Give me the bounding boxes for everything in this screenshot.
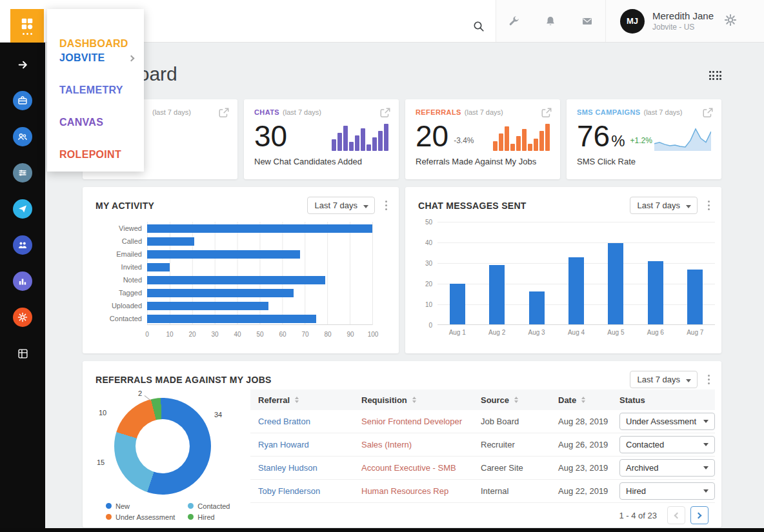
requisition-link[interactable]: Account Executive - SMB [361,463,456,473]
settings-gear-icon[interactable] [724,14,739,29]
send-icon [13,199,32,219]
chat-xlabels: Aug 1Aug 2Aug 3Aug 4Aug 5Aug 6Aug 7 [437,329,715,336]
menu-item-rolepoint[interactable]: ROLEPOINT [59,146,137,164]
stat-card-subtitle: (last 7 days) [152,108,191,116]
menu-item-jobvite[interactable]: JOBVITE [59,49,137,67]
legend-item: New [106,500,175,511]
external-link-icon[interactable] [541,107,552,119]
donut-value-label: 2 [138,389,142,397]
stat-value: 30 [254,121,287,151]
sidebar-item-bar-chart[interactable] [0,263,45,299]
sidebar-item-send[interactable] [0,191,45,227]
external-link-icon[interactable] [702,107,714,119]
pagination-next-button[interactable] [690,506,709,524]
menu-item-canvas[interactable]: CANVAS [59,113,137,132]
status-select[interactable]: Under Assessment [619,413,715,430]
sidebar-item-people[interactable] [0,227,45,263]
referral-link[interactable]: Toby Flenderson [258,486,320,496]
sidebar-item-gear[interactable] [0,299,45,335]
referral-link[interactable]: Creed Bratton [258,417,310,426]
status-select[interactable]: Archived [619,459,715,477]
panel-title: CHAT MESSAGES SENT [418,201,630,211]
chat-bar-column [437,222,477,324]
referral-link[interactable]: Stanley Hudson [258,463,317,473]
stat-card-subtitle: (last 7 days) [283,108,321,116]
date-cell: Aug 28, 2019 [550,417,612,426]
date-cell: Aug 26, 2019 [550,440,612,449]
requisition-link[interactable]: Human Resources Rep [361,486,448,496]
users-icon [13,127,32,146]
bar-chart-icon [13,271,32,291]
user-name: Meredith Jane [652,10,714,21]
wrench-icon[interactable] [501,8,527,34]
column-header-requisition[interactable]: Requisition [354,395,473,405]
stat-delta: +1.2% [630,136,652,145]
chat-bar [687,270,703,324]
pagination: 1 - 4 of 23 [619,506,709,524]
stat-card-subtitle: (last 7 days) [465,108,503,116]
sidebar-item-briefcase[interactable] [0,83,45,119]
kebab-menu-icon[interactable] [705,372,712,387]
referrals-panel: REFERRALS MADE AGAINST MY JOBS Last 7 da… [83,361,721,527]
search-icon[interactable] [468,16,489,37]
sidebar-item-arrow-right[interactable] [0,46,45,83]
referrals-table-head: ReferralRequisitionSourceDateStatus [250,389,715,410]
legend-swatch [188,503,194,509]
pagination-prev-button[interactable] [667,506,685,524]
activity-xticks: 0102030405060708090100 [147,328,373,339]
column-header-source[interactable]: Source [473,395,550,405]
date-range-select[interactable]: Last 7 days [630,371,698,388]
chevron-left-icon [674,512,681,518]
app-switcher-logo[interactable] [10,9,44,43]
status-value: Archived [626,463,659,473]
kebab-menu-icon[interactable] [705,198,712,213]
mail-icon[interactable] [574,8,600,34]
table-row: Creed BrattonSenior Frontend DeveloperJo… [250,410,715,433]
requisition-link[interactable]: Senior Frontend Developer [361,417,462,426]
table-row: Ryan HowardSales (Intern)RecruiterAug 26… [250,433,715,457]
bell-icon[interactable] [538,8,563,34]
chevron-down-icon [703,443,709,446]
sidebar-item-users[interactable] [0,119,45,155]
sidebar-item-grid[interactable] [0,335,45,371]
activity-row: Contacted [96,312,373,325]
avatar-initials: MJ [627,16,638,26]
menu-item-label: CANVAS [59,117,103,128]
status-value: Under Assessment [626,417,696,426]
date-range-select[interactable]: Last 7 days [307,197,376,214]
requisition-link[interactable]: Sales (Intern) [361,440,412,449]
activity-bar [147,250,300,259]
chat-bar-column [517,222,556,324]
stat-value: 76 [577,121,610,151]
stat-caption: New Chat Candidates Added [244,151,399,166]
activity-track [147,299,373,312]
column-header-referral[interactable]: Referral [250,395,354,405]
date-range-select[interactable]: Last 7 days [630,197,698,214]
column-header-date[interactable]: Date [550,395,612,405]
status-select[interactable]: Hired [619,482,715,500]
stat-value-suffix: % [611,133,625,149]
status-select[interactable]: Contacted [619,436,715,453]
external-link-icon[interactable] [379,107,391,119]
legend-item: Hired [188,511,230,522]
kebab-menu-icon[interactable] [383,198,390,213]
referral-link[interactable]: Ryan Howard [258,440,309,449]
apps-grid-icon[interactable] [709,71,722,80]
stat-card-title: REFERRALS [416,108,461,116]
grid-icon [17,348,28,359]
activity-bar [147,224,372,233]
legend-item: Under Assessment [106,511,175,522]
external-link-icon[interactable] [218,107,230,119]
stat-card-referrals: REFERRALS (last 7 days) 20 -3.4% Referra… [405,99,560,179]
avatar[interactable]: MJ [620,9,645,34]
menu-item-talemetry[interactable]: TALEMETRY [59,81,137,99]
user-org: Jobvite - US [652,23,714,32]
sidebar [0,43,45,532]
stat-value: 20 [416,121,448,151]
user-menu[interactable]: MJ Meredith Jane Jobvite - US [606,9,714,34]
activity-row: Called [96,235,373,248]
activity-track [147,235,373,248]
donut-value-label: 10 [99,409,106,417]
sidebar-item-sliders[interactable] [0,155,45,191]
stat-card-subtitle: (last 7 days) [644,108,683,116]
